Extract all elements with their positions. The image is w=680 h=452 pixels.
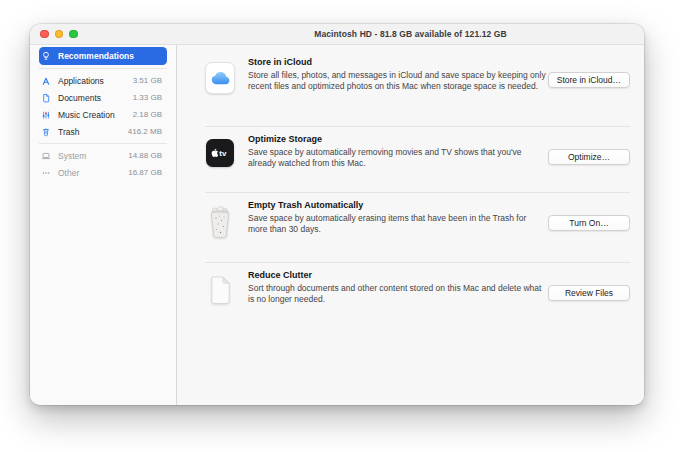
window-title: Macintosh HD - 81.8 GB available of 121.… [177,24,644,44]
apple-tv-icon: tv [206,139,234,167]
window-body: Recommendations Applications 3.51 GB [30,45,644,405]
minimize-button[interactable] [55,30,64,39]
sidebar: Recommendations Applications 3.51 GB [30,45,177,405]
recommendation-row-store-in-icloud: Store in iCloud Store all files, photos,… [177,45,644,126]
sidebar-item-label: Music Creation [58,110,133,120]
recommendation-row-empty-trash: Empty Trash Automatically Save space by … [177,193,644,262]
turn-on-button[interactable]: Turn On… [548,215,630,231]
recommendation-description: Store all files, photos, and messages in… [248,70,546,92]
screenshot-canvas: Macintosh HD - 81.8 GB available of 121.… [0,0,680,452]
sidebar-item-label: Trash [58,127,128,137]
recommendation-title: Store in iCloud [248,57,548,68]
document-blank-icon [209,275,232,305]
sidebar-item-other[interactable]: Other 16.87 GB [39,164,167,181]
storage-management-window: Macintosh HD - 81.8 GB available of 121.… [30,24,644,405]
laptop-icon [41,151,51,161]
recommendation-description: Sort through documents and other content… [248,283,546,305]
recommendation-description: Save space by automatically erasing item… [248,213,546,235]
titlebar: Macintosh HD - 81.8 GB available of 121.… [30,24,644,45]
recommendations-panel: Store in iCloud Store all files, photos,… [177,45,644,405]
sidebar-item-label: Recommendations [58,51,162,61]
ellipsis-icon [41,168,51,178]
sidebar-item-size: 2.18 GB [133,110,162,119]
sidebar-item-system[interactable]: System 14.88 GB [39,147,167,164]
recommendation-description: Save space by automatically removing mov… [248,147,546,169]
sidebar-item-documents[interactable]: Documents 1.33 GB [39,89,167,106]
optimize-button[interactable]: Optimize… [548,149,630,165]
sidebar-item-music-creation[interactable]: Music Creation 2.18 GB [39,106,167,123]
trash-full-icon [207,205,233,239]
sidebar-item-label: Applications [58,76,133,86]
sidebar-item-size: 16.87 GB [128,168,162,177]
sidebar-item-label: System [58,151,128,161]
icloud-icon [205,62,235,94]
trash-icon [41,127,51,137]
sidebar-item-label: Other [58,168,128,178]
sidebar-item-recommendations[interactable]: Recommendations [39,47,167,65]
sidebar-item-trash[interactable]: Trash 416.2 MB [39,123,167,140]
sidebar-separator [39,68,167,69]
sidebar-item-applications[interactable]: Applications 3.51 GB [39,72,167,89]
sliders-icon [41,110,51,120]
recommendation-title: Reduce Clutter [248,270,548,281]
lightbulb-icon [41,51,51,61]
close-button[interactable] [40,30,49,39]
recommendation-title: Optimize Storage [248,134,548,145]
recommendation-row-reduce-clutter: Reduce Clutter Sort through documents an… [177,263,644,333]
sidebar-item-size: 14.88 GB [128,151,162,160]
sidebar-item-size: 3.51 GB [133,76,162,85]
recommendation-title: Empty Trash Automatically [248,200,548,211]
app-store-a-icon [41,76,51,86]
svg-text:tv: tv [219,149,227,158]
sidebar-separator [39,143,167,144]
traffic-lights [40,24,78,44]
store-in-icloud-button[interactable]: Store in iCloud… [548,72,630,88]
sidebar-item-size: 1.33 GB [133,93,162,102]
sidebar-item-size: 416.2 MB [128,127,162,136]
review-files-button[interactable]: Review Files [548,285,630,301]
fullscreen-button[interactable] [69,30,78,39]
sidebar-item-label: Documents [58,93,133,103]
recommendation-row-optimize-storage: tv Optimize Storage Save space by automa… [177,127,644,192]
document-icon [41,93,51,103]
